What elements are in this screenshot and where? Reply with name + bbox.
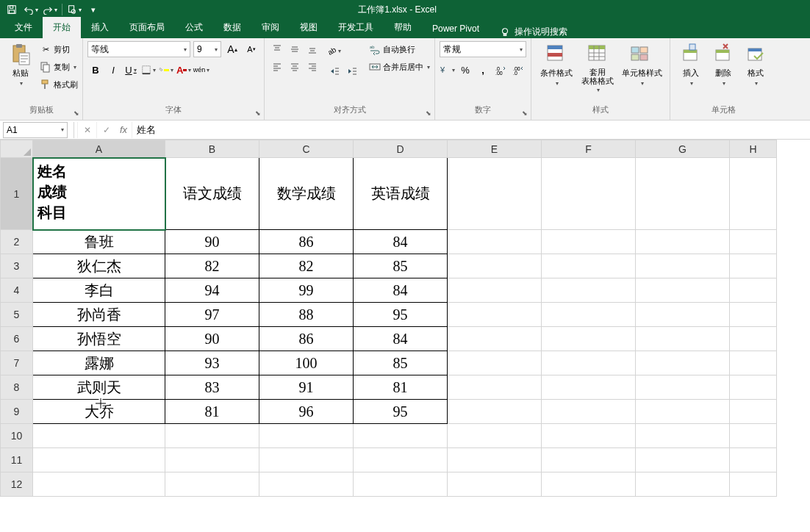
cell-C6[interactable]: 86 <box>259 327 354 351</box>
col-header-G[interactable]: G <box>636 140 730 158</box>
cell-D4[interactable]: 84 <box>354 278 448 303</box>
cell-D6[interactable]: 84 <box>354 327 448 351</box>
col-header-D[interactable]: D <box>354 140 448 158</box>
tab-review[interactable]: 审阅 <box>251 17 290 38</box>
cell-C4[interactable]: 99 <box>259 278 354 303</box>
cell-H6[interactable] <box>730 327 777 351</box>
font-size-combo[interactable]: 9▾ <box>193 41 221 57</box>
cell-C8[interactable]: 91 <box>259 375 354 400</box>
select-all-corner[interactable] <box>1 140 33 158</box>
row-header-3[interactable]: 3 <box>1 254 33 278</box>
font-launcher[interactable]: ⬊ <box>255 109 261 117</box>
preview-button[interactable]: ▾ <box>65 1 83 18</box>
format-cells-button[interactable]: 格式▾ <box>739 41 772 87</box>
cell-B5[interactable]: 97 <box>165 303 259 327</box>
col-header-B[interactable]: B <box>165 140 259 158</box>
delete-cells-button[interactable]: 删除▾ <box>707 41 739 87</box>
tab-layout[interactable]: 页面布局 <box>119 17 175 38</box>
cell-G2[interactable] <box>636 230 730 254</box>
cell-E9[interactable] <box>448 400 542 424</box>
orientation-button[interactable]: ab▾ <box>326 43 343 59</box>
cell-F7[interactable] <box>542 351 636 375</box>
row-header-2[interactable]: 2 <box>1 230 33 254</box>
cell-F10[interactable] <box>542 424 636 448</box>
increase-font-button[interactable]: A▴ <box>224 41 240 57</box>
tab-insert[interactable]: 插入 <box>81 17 119 38</box>
cell-A5[interactable]: 孙尚香 <box>33 303 165 327</box>
row-header-5[interactable]: 5 <box>1 303 33 327</box>
cell-B11[interactable] <box>165 448 259 472</box>
redo-button[interactable]: ▾ <box>41 1 59 18</box>
decrease-indent-button[interactable] <box>326 63 343 79</box>
comma-button[interactable]: , <box>475 62 491 78</box>
tell-me-search[interactable]: 操作说明搜索 <box>500 26 567 38</box>
cell-H1[interactable] <box>730 158 777 230</box>
cell-D5[interactable]: 95 <box>354 303 448 327</box>
row-header-10[interactable]: 10 <box>1 424 33 448</box>
border-button[interactable]: ▾ <box>140 62 157 78</box>
cell-H7[interactable] <box>730 351 777 375</box>
col-header-A[interactable]: A <box>33 140 165 158</box>
save-button[interactable] <box>3 1 21 18</box>
cell-C12[interactable] <box>259 472 354 497</box>
cell-C1[interactable]: 数学成绩 <box>259 158 354 230</box>
cell-E3[interactable] <box>448 254 542 278</box>
align-top-button[interactable] <box>269 41 285 57</box>
align-launcher[interactable]: ⬊ <box>426 109 431 117</box>
cell-A8[interactable]: 武则天 <box>33 375 165 400</box>
cell-H3[interactable] <box>730 254 777 278</box>
cell-G9[interactable] <box>636 400 730 424</box>
cell-H2[interactable] <box>730 230 777 254</box>
cell-D7[interactable]: 85 <box>354 351 448 375</box>
cell-A4[interactable]: 李白 <box>33 278 165 303</box>
insert-cells-button[interactable]: 插入▾ <box>675 41 707 87</box>
cell-F11[interactable] <box>542 448 636 472</box>
cell-B4[interactable]: 94 <box>165 278 259 303</box>
cell-A11[interactable] <box>33 448 165 472</box>
font-name-combo[interactable]: 等线▾ <box>87 41 190 57</box>
cell-G1[interactable] <box>636 158 730 230</box>
cell-H5[interactable] <box>730 303 777 327</box>
cell-B1[interactable]: 语文成绩 <box>165 158 259 230</box>
cell-G5[interactable] <box>636 303 730 327</box>
cell-F12[interactable] <box>542 472 636 497</box>
cell-F1[interactable] <box>542 158 636 230</box>
enter-formula-button[interactable]: ✓ <box>96 122 115 138</box>
tab-data[interactable]: 数据 <box>213 17 251 38</box>
col-header-H[interactable]: H <box>730 140 777 158</box>
cell-A6[interactable]: 孙悟空 <box>33 327 165 351</box>
cell-F6[interactable] <box>542 327 636 351</box>
cell-E6[interactable] <box>448 327 542 351</box>
cell-styles-button[interactable]: 单元格样式▾ <box>618 41 665 87</box>
align-left-button[interactable] <box>269 59 285 75</box>
col-header-C[interactable]: C <box>259 140 354 158</box>
cell-H12[interactable] <box>730 472 777 497</box>
cell-B10[interactable] <box>165 424 259 448</box>
wrap-text-button[interactable]: ab自动换行 <box>369 41 430 57</box>
tab-view[interactable]: 视图 <box>290 17 328 38</box>
row-header-12[interactable]: 12 <box>1 472 33 497</box>
cell-D12[interactable] <box>354 472 448 497</box>
font-color-button[interactable]: A▾ <box>176 62 192 78</box>
cell-H8[interactable] <box>730 375 777 400</box>
cell-G12[interactable] <box>636 472 730 497</box>
cell-G6[interactable] <box>636 327 730 351</box>
clipboard-launcher[interactable]: ⬊ <box>74 109 79 117</box>
paste-button[interactable]: 粘贴 ▾ <box>4 41 37 87</box>
col-header-F[interactable]: F <box>542 140 636 158</box>
cell-A3[interactable]: 狄仁杰 <box>33 254 165 278</box>
col-header-E[interactable]: E <box>448 140 542 158</box>
name-box[interactable]: A1▾ <box>3 122 68 138</box>
cell-C2[interactable]: 86 <box>259 230 354 254</box>
cell-E4[interactable] <box>448 278 542 303</box>
row-header-11[interactable]: 11 <box>1 448 33 472</box>
align-center-button[interactable] <box>287 59 303 75</box>
cell-D9[interactable]: 95 <box>354 400 448 424</box>
format-painter-button[interactable]: 格式刷 <box>40 76 78 93</box>
tab-powerpivot[interactable]: Power Pivot <box>422 19 490 38</box>
increase-decimal-button[interactable]: .0.00 <box>492 62 509 78</box>
cell-F2[interactable] <box>542 230 636 254</box>
qat-customize[interactable]: ▾ <box>85 1 102 18</box>
number-format-combo[interactable]: 常规▾ <box>440 41 526 57</box>
cell-D2[interactable]: 84 <box>354 230 448 254</box>
